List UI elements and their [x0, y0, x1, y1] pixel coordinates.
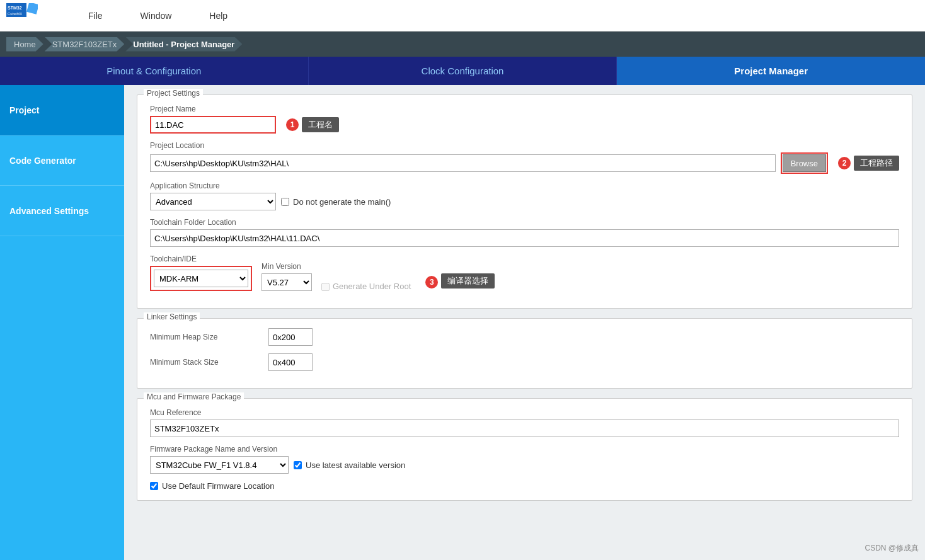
stm32-logo: STM32 CubeMX	[6, 3, 38, 28]
toolchain-row: Toolchain/IDE MDK-ARM Min Version V5.27	[150, 254, 899, 291]
svg-text:STM32: STM32	[8, 6, 22, 10]
menu-file[interactable]: File	[88, 11, 103, 21]
mcu-firmware-label: Mcu and Firmware Package	[144, 392, 244, 401]
linker-settings-label: Linker Settings	[144, 312, 200, 321]
annotation-3: 3 编译器选择	[425, 273, 495, 291]
min-stack-label: Minimum Stack Size	[150, 358, 263, 367]
breadcrumb: Home STM32F103ZETx Untitled - Project Ma…	[0, 31, 925, 57]
svg-rect-3	[26, 3, 38, 14]
project-location-group: Project Location Browse 2 工程路径	[150, 141, 899, 174]
use-default-fw-checkbox[interactable]	[150, 482, 158, 490]
mcu-ref-input[interactable]	[150, 420, 899, 437]
annotation-1: 1 工程名	[286, 117, 339, 132]
generate-under-root-label: Generate Under Root	[333, 282, 411, 291]
annotation-2: 2 工程路径	[838, 156, 899, 171]
logo-area: STM32 CubeMX	[6, 3, 38, 28]
min-stack-row: Minimum Stack Size	[150, 353, 899, 371]
min-version-label: Min Version	[261, 262, 312, 271]
app-structure-row: Advanced Do not generate the main()	[150, 193, 899, 210]
toolchain-ide-select[interactable]: MDK-ARM	[154, 270, 248, 287]
main-layout: Project Code Generator Advanced Settings…	[0, 85, 925, 560]
menu-help[interactable]: Help	[209, 11, 227, 21]
min-heap-label: Minimum Heap Size	[150, 333, 263, 341]
menu-bar: STM32 CubeMX File Window Help	[0, 0, 925, 31]
toolchain-ide-col: Toolchain/IDE MDK-ARM	[150, 254, 252, 291]
badge-2: 2	[838, 157, 851, 169]
label-gongchengming: 工程名	[302, 117, 339, 132]
toolchain-folder-label: Toolchain Folder Location	[150, 218, 899, 227]
fw-package-select[interactable]: STM32Cube FW_F1 V1.8.4	[150, 456, 289, 474]
menu-items: File Window Help	[88, 11, 227, 21]
fw-package-row: STM32Cube FW_F1 V1.8.4 Use latest availa…	[150, 456, 899, 474]
project-name-row: 1 工程名	[150, 116, 899, 134]
browse-button[interactable]: Browse	[783, 154, 826, 172]
app-structure-select[interactable]: Advanced	[150, 193, 276, 210]
project-name-input[interactable]	[150, 116, 276, 134]
min-version-col: Min Version V5.27	[261, 262, 312, 291]
toolchain-ide-group: Toolchain/IDE MDK-ARM Min Version V5.27	[150, 254, 899, 291]
mcu-firmware-box: Mcu and Firmware Package Mcu Reference F…	[137, 398, 912, 501]
min-heap-group: Minimum Heap Size	[150, 328, 899, 346]
min-heap-row: Minimum Heap Size	[150, 328, 899, 346]
use-default-fw-row: Use Default Firmware Location	[150, 481, 899, 491]
generate-under-root-col: Generate Under Root	[321, 282, 411, 291]
svg-text:CubeMX: CubeMX	[8, 12, 22, 16]
content-area: Project Settings Project Name 1 工程名 Proj…	[124, 85, 925, 560]
breadcrumb-home[interactable]: Home	[6, 37, 43, 52]
use-latest-checkbox[interactable]	[294, 461, 302, 469]
toolchain-folder-group: Toolchain Folder Location	[150, 218, 899, 247]
project-location-label: Project Location	[150, 141, 899, 150]
toolchain-folder-input[interactable]	[150, 229, 899, 247]
toolchain-highlight-box: MDK-ARM	[150, 266, 252, 291]
min-heap-input[interactable]	[268, 328, 313, 346]
no-generate-checkbox[interactable]	[281, 198, 289, 206]
no-generate-row: Do not generate the main()	[281, 197, 391, 207]
sidebar-item-advanced-settings[interactable]: Advanced Settings	[0, 186, 124, 236]
fw-package-group: Firmware Package Name and Version STM32C…	[150, 445, 899, 474]
app-structure-label: Application Structure	[150, 181, 899, 190]
label-gongchenglu: 工程路径	[854, 156, 899, 171]
tab-project-manager[interactable]: Project Manager	[617, 57, 925, 85]
project-settings-label: Project Settings	[144, 89, 203, 98]
watermark: CSDN @修成真	[865, 543, 919, 554]
project-name-label: Project Name	[150, 105, 899, 113]
project-location-input[interactable]	[150, 154, 776, 172]
breadcrumb-project[interactable]: Untitled - Project Manager	[125, 37, 242, 52]
label-bianyiqi: 编译器选择	[441, 273, 495, 289]
generate-under-root-checkbox	[321, 283, 330, 291]
fw-package-label: Firmware Package Name and Version	[150, 445, 899, 454]
browse-highlight: Browse	[781, 152, 828, 174]
min-stack-input[interactable]	[268, 353, 313, 371]
use-latest-label: Use latest available version	[306, 460, 405, 470]
project-settings-box: Project Settings Project Name 1 工程名 Proj…	[137, 94, 912, 309]
toolchain-ide-label: Toolchain/IDE	[150, 254, 252, 263]
linker-settings-box: Linker Settings Minimum Heap Size Minimu…	[137, 318, 912, 389]
tab-bar: Pinout & Configuration Clock Configurati…	[0, 57, 925, 85]
use-default-fw-label: Use Default Firmware Location	[162, 481, 274, 491]
no-generate-label: Do not generate the main()	[293, 197, 391, 207]
min-stack-group: Minimum Stack Size	[150, 353, 899, 371]
project-location-row: Browse 2 工程路径	[150, 152, 899, 174]
menu-window[interactable]: Window	[141, 11, 172, 21]
badge-1: 1	[286, 118, 299, 131]
tab-pinout[interactable]: Pinout & Configuration	[0, 57, 309, 85]
mcu-ref-group: Mcu Reference	[150, 408, 899, 437]
tab-clock[interactable]: Clock Configuration	[309, 57, 618, 85]
min-version-select[interactable]: V5.27	[261, 273, 312, 291]
mcu-ref-label: Mcu Reference	[150, 408, 899, 417]
breadcrumb-mcu[interactable]: STM32F103ZETx	[45, 37, 125, 52]
sidebar-item-code-generator[interactable]: Code Generator	[0, 135, 124, 186]
sidebar-item-project[interactable]: Project	[0, 85, 124, 135]
use-latest-row: Use latest available version	[294, 460, 405, 470]
project-name-group: Project Name 1 工程名	[150, 105, 899, 134]
app-structure-group: Application Structure Advanced Do not ge…	[150, 181, 899, 210]
sidebar: Project Code Generator Advanced Settings	[0, 85, 124, 560]
badge-3: 3	[425, 276, 438, 289]
